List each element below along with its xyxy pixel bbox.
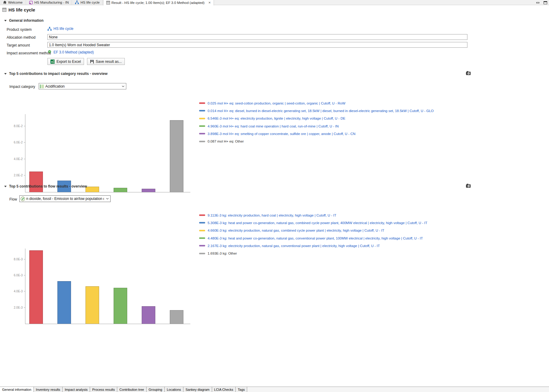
tab-hs-manufacturing[interactable]: HS Manufacturing - IN	[26, 0, 72, 5]
tab-label: HS life cycle	[80, 1, 99, 4]
target-amount-input[interactable]	[47, 42, 467, 48]
legend-item: 6.546E-3 mol H+ eq: electricity producti…	[199, 115, 434, 122]
flow-value: n dioxide, fossil - Emission to air/low …	[26, 197, 104, 201]
collapse-arrow-icon[interactable]	[4, 20, 7, 21]
legend-label[interactable]: 9.113E-3 kg: electricity production, har…	[208, 214, 336, 217]
tab-label: Result - HS life cycle; 1.00 Item(s); EF…	[111, 1, 205, 5]
save-disk-icon	[90, 59, 94, 63]
tab-lcia-checks[interactable]: LCIA Checks	[212, 387, 236, 392]
legend-swatch	[199, 141, 205, 142]
legend-label: 0.087 mol H+ eq: Other	[208, 140, 244, 143]
collapse-arrow-icon[interactable]	[4, 73, 7, 75]
legend-item: 0.014 mol H+ eq: diesel, burned in diese…	[199, 107, 434, 114]
legend-label[interactable]: 3.898E-3 mol H+ eq: smelting of copper c…	[208, 132, 355, 136]
legend-label[interactable]: 2.167E-3 kg: electricity production, nat…	[208, 244, 380, 248]
target-amount-label: Target amount	[7, 43, 30, 47]
tab-process-results[interactable]: Process results	[90, 387, 117, 392]
bar-4	[114, 188, 127, 192]
collapse-arrow-icon[interactable]	[4, 186, 7, 187]
button-label: Save result as...	[96, 59, 122, 64]
view-window-buttons	[536, 1, 547, 4]
bar-1	[29, 172, 43, 192]
tab-locations[interactable]: Locations	[165, 387, 183, 392]
y-axis-tick-mark	[24, 159, 25, 159]
tab-general-information[interactable]: General information	[0, 387, 34, 392]
impact-method-link[interactable]: EF 3.0 Method (adapted)	[53, 50, 94, 54]
legend-label[interactable]: 4.660E-3 kg: electricity production, nat…	[208, 229, 384, 232]
y-axis-tick-label: 8.0E-3	[9, 258, 23, 261]
product-system-link-row: HS life cycle	[47, 27, 73, 31]
legend-item: 1.693E-3 kg: Other	[199, 249, 427, 257]
tab-result-active[interactable]: Result - HS life cycle; 1.00 Item(s); EF…	[103, 0, 214, 5]
openlca-window: Welcome HS Manufacturing - IN HS life cy…	[0, 0, 549, 392]
dropdown-arrow-zone[interactable]	[105, 196, 110, 202]
tab-welcome[interactable]: Welcome	[0, 0, 26, 5]
allocation-method-label: Allocation method	[7, 35, 35, 40]
y-axis-tick-label: 6.0E-2	[9, 141, 23, 144]
minimize-icon[interactable]	[536, 2, 539, 3]
impact-contributions-legend: 0.025 mol H+ eq: seed-cotton production,…	[199, 99, 434, 145]
y-axis-tick-mark	[24, 307, 25, 308]
legend-swatch	[199, 214, 205, 216]
legend-swatch	[199, 230, 205, 231]
maximize-icon[interactable]	[544, 1, 547, 4]
tab-inventory-results[interactable]: Inventory results	[34, 387, 63, 392]
legend-item: 5.308E-3 kg: heat and power co-generatio…	[199, 219, 427, 227]
home-icon	[3, 1, 7, 4]
section-general-information[interactable]: General information	[4, 18, 44, 23]
product-system-icon	[75, 1, 79, 4]
y-axis-tick-label: 4.0E-2	[9, 157, 23, 161]
legend-item: 0.087 mol H+ eq: Other	[199, 137, 434, 145]
section-title: Top 5 contributions to impact category r…	[9, 72, 108, 76]
tab-impact-analysis[interactable]: Impact analysis	[63, 387, 90, 392]
tab-hs-life-cycle[interactable]: HS life cycle	[72, 0, 103, 5]
tab-label: Welcome	[8, 1, 23, 4]
impact-category-select[interactable]: Acidification	[39, 83, 126, 89]
section-impact-contributions[interactable]: Top 5 contributions to impact category r…	[4, 72, 108, 76]
y-axis-tick-mark	[24, 291, 25, 291]
chevron-down-icon	[122, 85, 124, 87]
legend-label: 1.693E-3 kg: Other	[208, 252, 237, 255]
legend-label[interactable]: 0.014 mol H+ eq: diesel, burned in diese…	[208, 109, 434, 113]
impact-method-label: Impact assessment method	[7, 51, 51, 55]
product-system-link[interactable]: HS life cycle	[53, 27, 73, 31]
button-label: Export to Excel	[57, 59, 81, 64]
legend-item: 2.167E-3 kg: electricity production, nat…	[199, 242, 427, 249]
tab-grouping[interactable]: Grouping	[147, 387, 165, 392]
tab-tags[interactable]: Tags	[236, 387, 247, 392]
save-chart-image-button[interactable]	[466, 71, 472, 76]
result-table-icon	[2, 8, 6, 12]
flow-contributions-legend: 9.113E-3 kg: electricity production, har…	[199, 211, 427, 257]
allocation-method-input[interactable]	[47, 34, 467, 40]
tab-label: HS Manufacturing - IN	[34, 1, 69, 4]
y-axis-tick-mark	[24, 275, 25, 275]
impact-contributions-chart: 2.0E-24.0E-26.0E-28.0E-2	[25, 114, 190, 192]
impact-category-label: Impact category	[9, 85, 35, 89]
legend-label[interactable]: 5.308E-3 kg: heat and power co-generatio…	[208, 221, 427, 225]
export-to-excel-button[interactable]: X Export to Excel	[47, 58, 84, 65]
impact-method-tree-icon	[47, 50, 52, 54]
legend-label[interactable]: 0.025 mol H+ eq: seed-cotton production,…	[208, 101, 345, 105]
tab-contribution-tree[interactable]: Contribution tree	[117, 387, 146, 392]
result-table-icon	[106, 1, 110, 5]
legend-swatch	[199, 102, 205, 104]
flow-select[interactable]: n dioxide, fossil - Emission to air/low …	[19, 195, 111, 202]
legend-label[interactable]: 6.546E-3 mol H+ eq: electricity producti…	[208, 117, 345, 120]
section-flow-contributions[interactable]: Top 5 contributions to flow results - ov…	[4, 184, 87, 188]
save-chart-image-button[interactable]	[466, 184, 472, 188]
legend-label[interactable]: 4.480E-3 kg: heat and power co-generatio…	[208, 236, 423, 240]
tab-sankey-diagram[interactable]: Sankey diagram	[183, 387, 212, 392]
legend-swatch	[199, 237, 205, 239]
y-axis-tick-label: 6.0E-3	[9, 274, 23, 277]
bar-4	[114, 288, 127, 324]
y-axis-tick-mark	[24, 175, 25, 175]
bar-1	[29, 250, 43, 324]
dropdown-arrow-zone[interactable]	[121, 83, 125, 89]
legend-label[interactable]: 4.960E-3 mol H+ eq: hard coal mine opera…	[208, 124, 339, 128]
svg-text:X: X	[51, 60, 53, 63]
impact-method-link-row: EF 3.0 Method (adapted)	[47, 50, 94, 54]
editor-tab-bar: Welcome HS Manufacturing - IN HS life cy…	[0, 0, 549, 5]
save-result-as-button[interactable]: Save result as...	[87, 58, 125, 65]
bar-6	[170, 120, 183, 192]
close-icon[interactable]: ×	[208, 1, 211, 4]
